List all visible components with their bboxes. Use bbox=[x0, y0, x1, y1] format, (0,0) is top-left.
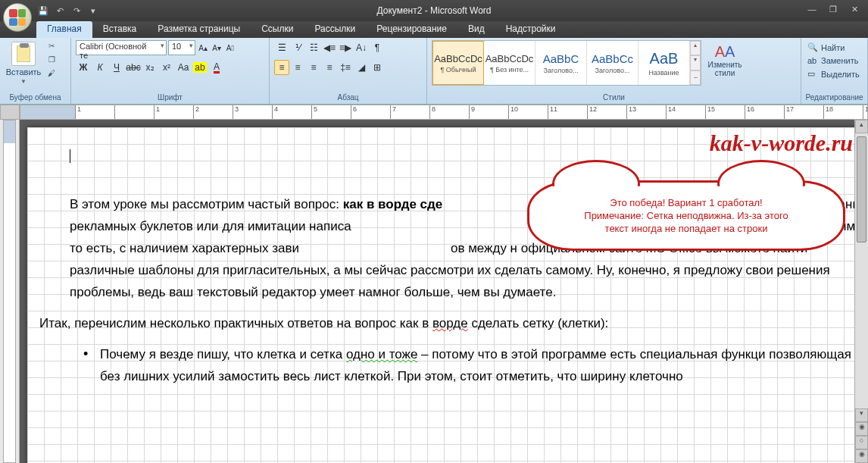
style-nospacing[interactable]: AaBbCcDc¶ Без инте... bbox=[484, 41, 535, 85]
redo-icon[interactable]: ↷ bbox=[70, 4, 83, 17]
paste-icon bbox=[11, 42, 36, 66]
next-page-button[interactable]: ◉ bbox=[855, 449, 868, 463]
horizontal-ruler[interactable]: 112345678910111213141516171819 bbox=[0, 105, 868, 120]
office-button[interactable] bbox=[3, 3, 32, 32]
maximize-button[interactable]: ❐ bbox=[826, 5, 841, 17]
format-painter-icon[interactable]: 🖌 bbox=[45, 69, 58, 81]
quick-access-toolbar: 💾 ↶ ↷ ▾ bbox=[36, 4, 100, 17]
tab-mailings[interactable]: Рассылки bbox=[304, 21, 366, 38]
group-editing-label: Редактирование bbox=[801, 93, 867, 102]
cut-icon[interactable]: ✂ bbox=[45, 42, 58, 54]
underline-button[interactable]: Ч bbox=[109, 60, 124, 75]
shading-button[interactable]: ◢ bbox=[354, 60, 369, 75]
window-title: Документ2 - Microsoft Word bbox=[376, 5, 491, 16]
copy-icon[interactable]: ❐ bbox=[45, 55, 58, 67]
vertical-scrollbar[interactable]: ▴ ▾ ◉ ○ ◉ bbox=[854, 120, 868, 463]
borders-button[interactable]: ⊞ bbox=[370, 60, 385, 75]
document-page[interactable]: kak-v-worde.ru Это победа! Вариант 1 сра… bbox=[27, 127, 854, 463]
highlight-button[interactable]: ab bbox=[192, 60, 208, 75]
ribbon: Вставить ▼ ✂ ❐ 🖌 Буфер обмена Calibri (О… bbox=[0, 38, 868, 105]
change-styles-button[interactable]: AA Изменить стили bbox=[704, 40, 746, 77]
group-font-label: Шрифт bbox=[71, 93, 269, 102]
grow-font-button[interactable]: A▴ bbox=[197, 41, 209, 55]
find-icon: 🔍 bbox=[807, 42, 818, 52]
tab-layout[interactable]: Разметка страницы bbox=[147, 21, 251, 38]
callout-annotation: Это победа! Вариант 1 сработал! Примечан… bbox=[527, 180, 845, 251]
minimize-button[interactable]: ― bbox=[804, 5, 820, 17]
title-bar: 💾 ↶ ↷ ▾ Документ2 - Microsoft Word ― ❐ ✕ bbox=[0, 0, 868, 21]
multilevel-button[interactable]: ☷ bbox=[306, 40, 321, 55]
clear-format-button[interactable]: Aͣ bbox=[224, 41, 236, 55]
numbering-button[interactable]: ⅟ bbox=[290, 40, 305, 55]
browse-object-button[interactable]: ○ bbox=[855, 436, 868, 449]
gallery-scroll[interactable]: ▴▾⎯ bbox=[690, 41, 701, 85]
change-styles-icon: AA bbox=[715, 43, 735, 61]
superscript-button[interactable]: x² bbox=[159, 60, 174, 75]
office-logo-icon bbox=[9, 9, 26, 26]
styles-gallery[interactable]: AaBbCcDc¶ Обычный AaBbCcDc¶ Без инте... … bbox=[432, 40, 701, 86]
italic-button[interactable]: К bbox=[92, 60, 108, 75]
show-marks-button[interactable]: ¶ bbox=[370, 40, 385, 55]
tab-view[interactable]: Вид bbox=[457, 21, 495, 38]
paste-button[interactable]: Вставить ▼ bbox=[5, 40, 42, 85]
replace-icon: ab bbox=[807, 56, 818, 65]
font-color-button[interactable]: A bbox=[209, 60, 224, 75]
line-spacing-button[interactable]: ‡≡ bbox=[338, 60, 353, 75]
font-family-combo[interactable]: Calibri (Основной те bbox=[76, 40, 167, 55]
replace-button[interactable]: abЗаменить bbox=[806, 55, 860, 66]
tab-review[interactable]: Рецензирование bbox=[366, 21, 457, 38]
style-title[interactable]: AaBНазвание bbox=[639, 41, 690, 85]
strikethrough-button[interactable]: abc bbox=[126, 60, 141, 75]
qat-customize-icon[interactable]: ▾ bbox=[86, 4, 100, 17]
shrink-font-button[interactable]: A▾ bbox=[211, 41, 223, 55]
align-justify-button[interactable]: ≡ bbox=[322, 60, 337, 75]
watermark-text: kak-v-worde.ru bbox=[710, 130, 853, 156]
change-case-button[interactable]: Aa bbox=[176, 60, 191, 75]
group-clipboard-label: Буфер обмена bbox=[0, 93, 70, 102]
scroll-up-button[interactable]: ▴ bbox=[855, 120, 868, 133]
find-button[interactable]: 🔍Найти bbox=[806, 42, 846, 53]
save-icon[interactable]: 💾 bbox=[36, 4, 50, 17]
style-normal[interactable]: AaBbCcDc¶ Обычный bbox=[432, 41, 484, 85]
ribbon-tabs: Главная Вставка Разметка страницы Ссылки… bbox=[0, 21, 868, 38]
style-heading1[interactable]: AaBbCЗаголово... bbox=[535, 41, 587, 85]
tab-addins[interactable]: Надстройки bbox=[495, 21, 567, 38]
subscript-button[interactable]: x₂ bbox=[142, 60, 158, 75]
bold-button[interactable]: Ж bbox=[76, 60, 91, 75]
scroll-down-button[interactable]: ▾ bbox=[855, 408, 868, 422]
prev-page-button[interactable]: ◉ bbox=[855, 422, 868, 436]
style-heading2[interactable]: AaBbCcЗаголово... bbox=[587, 41, 639, 85]
bullets-button[interactable]: ☰ bbox=[274, 40, 289, 55]
align-center-button[interactable]: ≡ bbox=[290, 60, 305, 75]
tab-references[interactable]: Ссылки bbox=[251, 21, 304, 38]
undo-icon[interactable]: ↶ bbox=[53, 4, 67, 17]
group-paragraph-label: Абзац bbox=[270, 93, 426, 102]
align-left-button[interactable]: ≡ bbox=[274, 60, 289, 75]
vertical-ruler[interactable] bbox=[0, 120, 20, 463]
sort-button[interactable]: A↓ bbox=[354, 40, 369, 55]
tab-home[interactable]: Главная bbox=[36, 21, 92, 38]
font-size-combo[interactable]: 10 bbox=[168, 40, 195, 55]
group-styles-label: Стили bbox=[427, 93, 801, 102]
select-icon: ▭ bbox=[807, 69, 818, 79]
indent-increase-button[interactable]: ≡▶ bbox=[338, 40, 353, 55]
indent-decrease-button[interactable]: ◀≡ bbox=[322, 40, 337, 55]
close-button[interactable]: ✕ bbox=[847, 5, 862, 17]
tab-insert[interactable]: Вставка bbox=[92, 21, 148, 38]
select-button[interactable]: ▭Выделить bbox=[806, 68, 861, 80]
align-right-button[interactable]: ≡ bbox=[306, 60, 321, 75]
text-cursor bbox=[70, 149, 70, 163]
scroll-thumb[interactable] bbox=[857, 136, 866, 242]
